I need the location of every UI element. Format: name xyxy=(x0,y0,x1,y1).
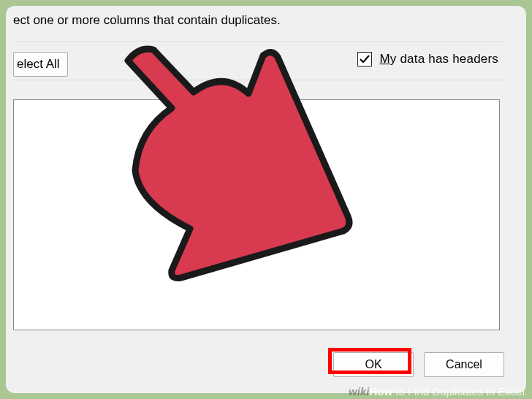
select-all-button[interactable]: elect All xyxy=(13,52,68,77)
dialog-frame: ect one or more columns that contain dup… xyxy=(6,6,526,393)
columns-listbox[interactable] xyxy=(13,99,500,330)
headers-checkbox[interactable] xyxy=(357,52,372,66)
dialog-button-bar: OK Cancel xyxy=(13,345,510,384)
headers-checkbox-label: My data has headers xyxy=(379,52,498,66)
dialog-content: ect one or more columns that contain dup… xyxy=(6,6,519,393)
instruction-text: ect one or more columns that contain dup… xyxy=(13,13,281,28)
my-data-has-headers-control[interactable]: My data has headers xyxy=(357,52,498,66)
top-controls-row: elect All My data has headers xyxy=(13,41,506,80)
watermark: wikiHow to Find Duplicates in Excel xyxy=(349,385,525,398)
ok-button[interactable]: OK xyxy=(333,352,414,377)
cancel-button[interactable]: Cancel xyxy=(424,352,504,377)
checkmark-icon xyxy=(359,53,370,65)
